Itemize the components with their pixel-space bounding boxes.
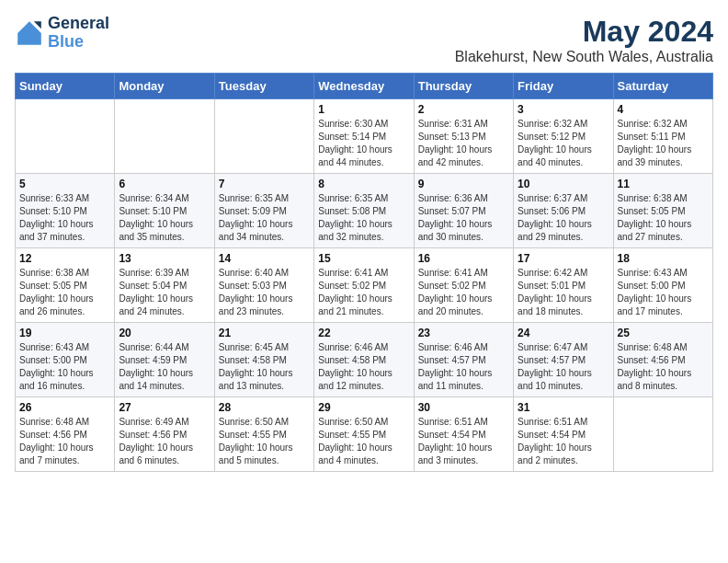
day-info: Sunrise: 6:35 AM Sunset: 5:09 PM Dayligh… — [219, 192, 310, 244]
calendar-day-cell — [115, 99, 214, 174]
day-info: Sunrise: 6:38 AM Sunset: 5:05 PM Dayligh… — [618, 192, 709, 244]
day-number: 29 — [318, 401, 409, 414]
calendar-day-cell: 16Sunrise: 6:41 AM Sunset: 5:02 PM Dayli… — [414, 248, 513, 323]
calendar-day-cell: 12Sunrise: 6:38 AM Sunset: 5:05 PM Dayli… — [16, 248, 115, 323]
day-number: 31 — [518, 401, 609, 414]
day-info: Sunrise: 6:48 AM Sunset: 4:56 PM Dayligh… — [618, 341, 709, 393]
day-info: Sunrise: 6:42 AM Sunset: 5:01 PM Dayligh… — [518, 267, 609, 318]
calendar-header-row: SundayMondayTuesdayWednesdayThursdayFrid… — [16, 74, 713, 99]
calendar-day-cell: 13Sunrise: 6:39 AM Sunset: 5:04 PM Dayli… — [115, 248, 214, 323]
day-info: Sunrise: 6:50 AM Sunset: 4:55 PM Dayligh… — [318, 416, 409, 467]
calendar-day-cell: 2Sunrise: 6:31 AM Sunset: 5:13 PM Daylig… — [414, 99, 513, 174]
day-info: Sunrise: 6:43 AM Sunset: 5:00 PM Dayligh… — [618, 267, 709, 318]
calendar-week-row: 19Sunrise: 6:43 AM Sunset: 5:00 PM Dayli… — [16, 323, 713, 397]
day-number: 26 — [19, 401, 110, 414]
day-info: Sunrise: 6:41 AM Sunset: 5:02 PM Dayligh… — [318, 267, 409, 318]
day-info: Sunrise: 6:44 AM Sunset: 4:59 PM Dayligh… — [119, 341, 210, 393]
month-year-title: May 2024 — [455, 15, 713, 49]
day-number: 28 — [219, 401, 310, 414]
title-area: May 2024 Blakehurst, New South Wales, Au… — [455, 15, 713, 65]
day-number: 15 — [318, 252, 409, 265]
day-number: 30 — [418, 401, 509, 414]
calendar-day-cell: 19Sunrise: 6:43 AM Sunset: 5:00 PM Dayli… — [16, 323, 115, 397]
calendar-day-cell: 26Sunrise: 6:48 AM Sunset: 4:56 PM Dayli… — [16, 397, 115, 472]
calendar-day-cell: 11Sunrise: 6:38 AM Sunset: 5:05 PM Dayli… — [613, 174, 712, 248]
calendar-day-cell: 30Sunrise: 6:51 AM Sunset: 4:54 PM Dayli… — [414, 397, 513, 472]
calendar-day-header: Friday — [514, 74, 613, 99]
calendar-day-cell — [613, 397, 712, 472]
calendar-day-header: Sunday — [16, 74, 115, 99]
day-number: 7 — [219, 178, 310, 190]
calendar-day-cell: 21Sunrise: 6:45 AM Sunset: 4:58 PM Dayli… — [214, 323, 313, 397]
calendar-day-cell: 17Sunrise: 6:42 AM Sunset: 5:01 PM Dayli… — [514, 248, 613, 323]
page-header: General Blue May 2024 Blakehurst, New So… — [15, 15, 713, 65]
day-number: 16 — [418, 252, 509, 265]
calendar-day-cell: 20Sunrise: 6:44 AM Sunset: 4:59 PM Dayli… — [115, 323, 214, 397]
day-number: 2 — [418, 103, 509, 116]
calendar-day-header: Monday — [115, 74, 214, 99]
day-info: Sunrise: 6:38 AM Sunset: 5:05 PM Dayligh… — [19, 267, 110, 318]
logo-icon — [15, 18, 44, 48]
calendar-body: 1Sunrise: 6:30 AM Sunset: 5:14 PM Daylig… — [16, 99, 713, 472]
day-info: Sunrise: 6:30 AM Sunset: 5:14 PM Dayligh… — [318, 118, 409, 169]
day-number: 20 — [119, 327, 210, 339]
calendar-day-cell: 18Sunrise: 6:43 AM Sunset: 5:00 PM Dayli… — [613, 248, 712, 323]
calendar-day-cell: 5Sunrise: 6:33 AM Sunset: 5:10 PM Daylig… — [16, 174, 115, 248]
day-number: 18 — [618, 252, 709, 265]
day-info: Sunrise: 6:50 AM Sunset: 4:55 PM Dayligh… — [219, 416, 310, 467]
calendar-day-header: Thursday — [414, 74, 513, 99]
day-info: Sunrise: 6:31 AM Sunset: 5:13 PM Dayligh… — [418, 118, 509, 169]
day-number: 12 — [19, 252, 110, 265]
day-number: 24 — [518, 327, 609, 339]
day-info: Sunrise: 6:36 AM Sunset: 5:07 PM Dayligh… — [418, 192, 509, 244]
day-info: Sunrise: 6:32 AM Sunset: 5:12 PM Dayligh… — [518, 118, 609, 169]
day-number: 1 — [318, 103, 409, 116]
calendar-week-row: 12Sunrise: 6:38 AM Sunset: 5:05 PM Dayli… — [16, 248, 713, 323]
day-info: Sunrise: 6:45 AM Sunset: 4:58 PM Dayligh… — [219, 341, 310, 393]
logo-text: General Blue — [48, 15, 109, 52]
calendar-day-cell: 7Sunrise: 6:35 AM Sunset: 5:09 PM Daylig… — [214, 174, 313, 248]
day-info: Sunrise: 6:35 AM Sunset: 5:08 PM Dayligh… — [318, 192, 409, 244]
day-number: 8 — [318, 178, 409, 190]
day-number: 27 — [119, 401, 210, 414]
calendar-day-cell: 3Sunrise: 6:32 AM Sunset: 5:12 PM Daylig… — [514, 99, 613, 174]
day-info: Sunrise: 6:51 AM Sunset: 4:54 PM Dayligh… — [418, 416, 509, 467]
day-number: 22 — [318, 327, 409, 339]
calendar-day-cell: 1Sunrise: 6:30 AM Sunset: 5:14 PM Daylig… — [314, 99, 414, 174]
calendar-day-cell — [16, 99, 115, 174]
logo: General Blue — [15, 15, 109, 52]
day-info: Sunrise: 6:32 AM Sunset: 5:11 PM Dayligh… — [618, 118, 709, 169]
day-number: 9 — [418, 178, 509, 190]
day-number: 13 — [119, 252, 210, 265]
day-number: 21 — [219, 327, 310, 339]
calendar-day-cell: 25Sunrise: 6:48 AM Sunset: 4:56 PM Dayli… — [613, 323, 712, 397]
calendar-day-cell: 6Sunrise: 6:34 AM Sunset: 5:10 PM Daylig… — [115, 174, 214, 248]
calendar-day-cell: 31Sunrise: 6:51 AM Sunset: 4:54 PM Dayli… — [514, 397, 613, 472]
day-info: Sunrise: 6:39 AM Sunset: 5:04 PM Dayligh… — [119, 267, 210, 318]
day-info: Sunrise: 6:33 AM Sunset: 5:10 PM Dayligh… — [19, 192, 110, 244]
calendar-day-cell: 8Sunrise: 6:35 AM Sunset: 5:08 PM Daylig… — [314, 174, 414, 248]
calendar-day-cell: 10Sunrise: 6:37 AM Sunset: 5:06 PM Dayli… — [514, 174, 613, 248]
day-number: 14 — [219, 252, 310, 265]
day-info: Sunrise: 6:46 AM Sunset: 4:58 PM Dayligh… — [318, 341, 409, 393]
day-number: 11 — [618, 178, 709, 190]
day-number: 25 — [618, 327, 709, 339]
day-number: 6 — [119, 178, 210, 190]
calendar-day-cell: 14Sunrise: 6:40 AM Sunset: 5:03 PM Dayli… — [214, 248, 313, 323]
calendar-day-cell: 23Sunrise: 6:46 AM Sunset: 4:57 PM Dayli… — [414, 323, 513, 397]
calendar-day-cell: 24Sunrise: 6:47 AM Sunset: 4:57 PM Dayli… — [514, 323, 613, 397]
day-info: Sunrise: 6:46 AM Sunset: 4:57 PM Dayligh… — [418, 341, 509, 393]
day-info: Sunrise: 6:51 AM Sunset: 4:54 PM Dayligh… — [518, 416, 609, 467]
calendar-day-cell: 29Sunrise: 6:50 AM Sunset: 4:55 PM Dayli… — [314, 397, 414, 472]
day-number: 23 — [418, 327, 509, 339]
day-number: 19 — [19, 327, 110, 339]
calendar-week-row: 1Sunrise: 6:30 AM Sunset: 5:14 PM Daylig… — [16, 99, 713, 174]
location-subtitle: Blakehurst, New South Wales, Australia — [455, 49, 713, 65]
day-info: Sunrise: 6:37 AM Sunset: 5:06 PM Dayligh… — [518, 192, 609, 244]
calendar-day-cell: 9Sunrise: 6:36 AM Sunset: 5:07 PM Daylig… — [414, 174, 513, 248]
calendar-day-cell — [214, 99, 313, 174]
calendar-day-header: Wednesday — [314, 74, 414, 99]
day-info: Sunrise: 6:48 AM Sunset: 4:56 PM Dayligh… — [19, 416, 110, 467]
calendar-day-header: Tuesday — [214, 74, 313, 99]
calendar-day-cell: 22Sunrise: 6:46 AM Sunset: 4:58 PM Dayli… — [314, 323, 414, 397]
